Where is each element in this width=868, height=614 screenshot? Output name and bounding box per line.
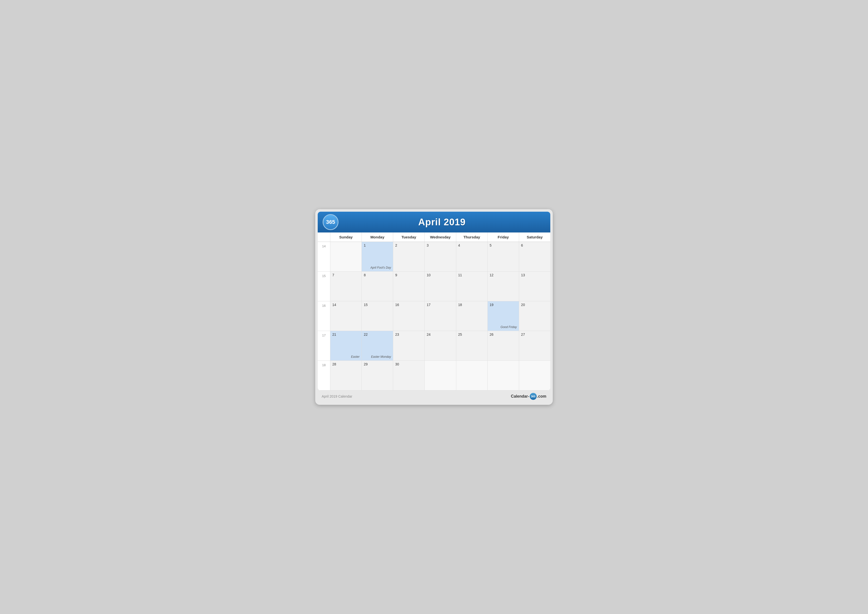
day-num-20: 20 — [521, 303, 548, 307]
page-wrapper: 365 April 2019 Sunday Monday Tuesday Wed… — [315, 209, 553, 405]
day-cell-w0-d1: 1April Fool's Day — [361, 242, 393, 272]
day-cell-w0-d5: 5 — [487, 242, 519, 272]
day-cell-w3-d5: 26 — [487, 331, 519, 361]
calendar-footer: April 2019 Calendar Calendar- 365 .com — [318, 390, 550, 402]
day-header-tuesday: Tuesday — [393, 233, 424, 242]
day-cell-w2-d5: 19Good Friday — [487, 301, 519, 331]
day-cell-w0-d4: 4 — [456, 242, 487, 272]
day-num-28: 28 — [332, 362, 360, 366]
day-num-30: 30 — [395, 362, 422, 366]
day-cell-w3-d1: 22Easter Monday — [361, 331, 393, 361]
day-header-monday: Monday — [361, 233, 393, 242]
week-num-2: 16 — [318, 301, 330, 331]
day-cell-w0-d0 — [330, 242, 361, 272]
day-num-21: 21 — [332, 333, 360, 336]
day-cell-w0-d6: 6 — [519, 242, 550, 272]
footer-brand-365: 365 — [530, 393, 537, 400]
logo-circle: 365 — [322, 214, 338, 230]
day-cell-w3-d6: 27 — [519, 331, 550, 361]
calendar-grid: 141April Fool's Day234561578910111213161… — [318, 242, 550, 390]
day-num-18: 18 — [458, 303, 485, 307]
day-cell-w2-d0: 14 — [330, 301, 361, 331]
holiday-label-1: April Fool's Day — [370, 266, 391, 269]
holiday-label-19: Good Friday — [501, 325, 517, 329]
footer-brand-suffix: .com — [537, 394, 546, 399]
day-num-23: 23 — [395, 333, 422, 336]
day-header-thursday: Thursday — [456, 233, 487, 242]
holiday-label-22: Easter Monday — [371, 355, 391, 359]
day-num-7: 7 — [332, 273, 360, 277]
day-num-14: 14 — [332, 303, 360, 307]
week-num-header-empty — [318, 233, 330, 242]
day-num-5: 5 — [490, 243, 517, 247]
day-cell-w1-d2: 9 — [393, 272, 424, 301]
day-cell-w4-d4 — [456, 361, 487, 390]
day-num-6: 6 — [521, 243, 548, 247]
day-num-4: 4 — [458, 243, 485, 247]
day-cell-w1-d6: 13 — [519, 272, 550, 301]
day-num-26: 26 — [490, 333, 517, 336]
day-num-27: 27 — [521, 333, 548, 336]
day-cell-w3-d0: 21Easter — [330, 331, 361, 361]
day-num-17: 17 — [426, 303, 454, 307]
day-cell-w1-d1: 8 — [361, 272, 393, 301]
footer-brand-text: Calendar- — [511, 394, 529, 399]
day-num-8: 8 — [364, 273, 391, 277]
calendar-header: 365 April 2019 — [318, 212, 550, 233]
week-num-1: 15 — [318, 272, 330, 301]
day-num-2: 2 — [395, 243, 422, 247]
day-cell-w2-d3: 17 — [424, 301, 456, 331]
day-num-29: 29 — [364, 362, 391, 366]
day-cell-w4-d3 — [424, 361, 456, 390]
day-cell-w3-d2: 23 — [393, 331, 424, 361]
week-num-0: 14 — [318, 242, 330, 272]
day-cell-w3-d3: 24 — [424, 331, 456, 361]
footer-brand: Calendar- 365 .com — [511, 393, 546, 400]
day-cell-w4-d6 — [519, 361, 550, 390]
day-cell-w2-d6: 20 — [519, 301, 550, 331]
day-cell-w3-d4: 25 — [456, 331, 487, 361]
day-cell-w1-d3: 10 — [424, 272, 456, 301]
day-header-sunday: Sunday — [330, 233, 361, 242]
week-num-3: 17 — [318, 331, 330, 361]
day-cell-w1-d5: 12 — [487, 272, 519, 301]
day-cell-w1-d4: 11 — [456, 272, 487, 301]
day-num-11: 11 — [458, 273, 485, 277]
day-header-wednesday: Wednesday — [424, 233, 456, 242]
day-cell-w2-d2: 16 — [393, 301, 424, 331]
day-num-13: 13 — [521, 273, 548, 277]
footer-left-text: April 2019 Calendar — [322, 395, 352, 398]
day-num-16: 16 — [395, 303, 422, 307]
day-num-19: 19 — [490, 303, 517, 307]
day-cell-w0-d3: 3 — [424, 242, 456, 272]
day-num-9: 9 — [395, 273, 422, 277]
day-header-saturday: Saturday — [519, 233, 550, 242]
day-cell-w2-d1: 15 — [361, 301, 393, 331]
calendar-container: 365 April 2019 Sunday Monday Tuesday Wed… — [318, 212, 550, 390]
day-num-25: 25 — [458, 333, 485, 336]
day-header-friday: Friday — [487, 233, 519, 242]
header-title: April 2019 — [338, 217, 546, 227]
day-num-24: 24 — [426, 333, 454, 336]
day-cell-w4-d0: 28 — [330, 361, 361, 390]
day-cell-w4-d1: 29 — [361, 361, 393, 390]
day-headers-row: Sunday Monday Tuesday Wednesday Thursday… — [318, 233, 550, 242]
day-num-3: 3 — [426, 243, 454, 247]
day-cell-w4-d5 — [487, 361, 519, 390]
day-num-15: 15 — [364, 303, 391, 307]
holiday-label-21: Easter — [351, 355, 360, 359]
day-cell-w1-d0: 7 — [330, 272, 361, 301]
day-num-1: 1 — [364, 243, 391, 247]
day-cell-w0-d2: 2 — [393, 242, 424, 272]
day-num-12: 12 — [490, 273, 517, 277]
day-cell-w2-d4: 18 — [456, 301, 487, 331]
day-num-22: 22 — [364, 333, 391, 336]
week-num-4: 18 — [318, 361, 330, 390]
day-num-10: 10 — [426, 273, 454, 277]
day-cell-w4-d2: 30 — [393, 361, 424, 390]
